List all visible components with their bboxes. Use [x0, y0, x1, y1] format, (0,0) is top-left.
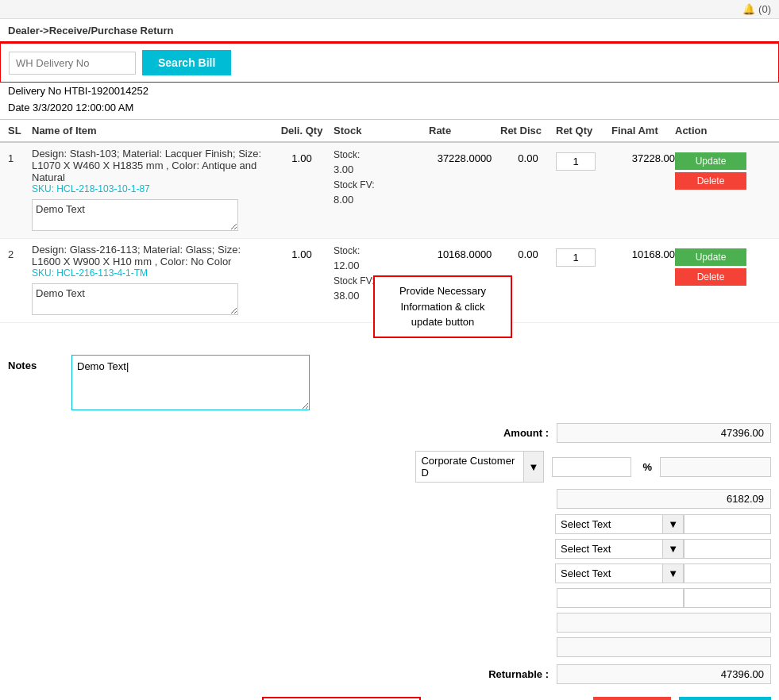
checkout-button[interactable]: Checkout — [679, 697, 771, 700]
percent-input[interactable] — [552, 457, 631, 477]
notification-count: (0) — [758, 3, 771, 15]
row2-rate: 10168.0000 — [429, 244, 500, 260]
delivery-info: Delivery No HTBI-1920014252 — [0, 83, 779, 99]
notes-label: Notes — [8, 355, 56, 371]
row1-deli-qty: 1.00 — [270, 148, 334, 164]
search-bill-button[interactable]: Search Bill — [142, 50, 231, 75]
row1-stock: Stock:3.00Stock FV:8.00 — [334, 148, 429, 207]
discount-row: Corporate Customer D ▼ % — [8, 448, 771, 486]
select2-text: Select Text — [556, 540, 662, 558]
row2-item: Design: Glass-216-113; Material: Glass; … — [32, 244, 270, 317]
notification-bell: 🔔 (0) — [742, 3, 771, 15]
footer-row: Click this button to complete the proces… — [0, 689, 779, 700]
notes-textarea[interactable] — [71, 355, 310, 410]
page-title: Dealer->Receive/Purchase Return — [0, 19, 779, 43]
row1-delete-button[interactable]: Delete — [675, 172, 746, 190]
date-value: 3/3/2020 12:00:00 AM — [33, 102, 133, 113]
discount-percent-value — [660, 457, 771, 477]
col-deli-qty: Deli. Qty — [270, 125, 334, 137]
row2-final-amt: 10168.00 — [611, 244, 675, 260]
row2-sku: SKU: HCL-216-113-4-1-TM — [32, 267, 270, 279]
date-info: Date 3/3/2020 12:00:00 AM — [0, 99, 779, 116]
row1-ret-qty-input[interactable] — [556, 152, 596, 171]
col-final-amt: Final Amt — [611, 125, 675, 137]
returnable-value — [557, 664, 771, 684]
returnable-label: Returnable : — [488, 668, 549, 680]
row1-item: Design: Stash-103; Material: Lacquer Fin… — [32, 148, 270, 233]
select1-wrapper[interactable]: Select Text ▼ — [555, 514, 684, 534]
row2-update-button[interactable]: Update — [675, 248, 746, 266]
select3-value[interactable] — [684, 563, 771, 583]
col-action: Action — [675, 125, 746, 137]
select2-arrow: ▼ — [662, 540, 683, 558]
col-name: Name of Item — [32, 125, 270, 137]
row1-sl: 1 — [8, 148, 32, 164]
row2-ret-disc: 0.00 — [500, 244, 556, 260]
empty-input-3[interactable] — [557, 613, 771, 633]
select2-wrapper[interactable]: Select Text ▼ — [555, 539, 684, 559]
bottom-section: Amount : Corporate Customer D ▼ % Select… — [0, 418, 779, 689]
row2-action: Update Delete — [675, 244, 746, 286]
row2-deli-qty: 1.00 — [270, 244, 334, 260]
row1-desc: Design: Stash-103; Material: Lacquer Fin… — [32, 148, 270, 183]
empty-input-1[interactable] — [557, 588, 684, 608]
select-row-2: Select Text ▼ — [8, 537, 771, 561]
delivery-no-value: HTBI-1920014252 — [64, 85, 148, 97]
col-rate: Rate — [429, 125, 500, 137]
delivery-no-label: Delivery No — [8, 85, 61, 97]
row2-ret-qty-cell — [556, 244, 611, 267]
table-header: SL Name of Item Deli. Qty Stock Rate Ret… — [0, 119, 779, 143]
select1-text: Select Text — [556, 515, 662, 533]
info-tooltip: Provide Necessary Information & click up… — [373, 275, 512, 338]
col-ret-qty: Ret Qty — [556, 125, 611, 137]
amount-row: Amount : — [8, 418, 771, 448]
corp-customer-dropdown-arrow: ▼ — [523, 452, 544, 482]
select3-arrow: ▼ — [662, 564, 683, 583]
table-row: 1 Design: Stash-103; Material: Lacquer F… — [0, 143, 779, 239]
notes-section: Notes — [0, 347, 779, 418]
date-label: Date — [8, 102, 29, 113]
row2-ret-qty-input[interactable] — [556, 248, 596, 267]
select-row-1: Select Text ▼ — [8, 512, 771, 537]
row1-ret-qty-cell — [556, 148, 611, 171]
row1-sku: SKU: HCL-218-103-10-1-87 — [32, 183, 270, 194]
row1-rate: 37228.0000 — [429, 148, 500, 164]
amount-value — [557, 423, 771, 443]
empty-input-4[interactable] — [557, 637, 771, 657]
select3-wrapper[interactable]: Select Text ▼ — [555, 563, 684, 583]
empty-row-1 — [8, 610, 771, 635]
disc-value-row — [8, 486, 771, 512]
col-stock: Stock — [334, 125, 429, 137]
disc-value — [557, 489, 771, 509]
row2-desc: Design: Glass-216-113; Material: Glass; … — [32, 244, 270, 267]
select3-text: Select Text — [556, 564, 662, 583]
search-input[interactable] — [9, 52, 136, 75]
row1-action: Update Delete — [675, 148, 746, 190]
row2-demo-text[interactable] — [32, 283, 238, 315]
row1-ret-disc: 0.00 — [500, 148, 556, 164]
select1-value[interactable] — [684, 514, 771, 534]
empty-input-2[interactable] — [684, 588, 771, 608]
empty-row-2 — [8, 635, 771, 660]
row2-sl: 2 — [8, 244, 32, 260]
search-bar: Search Bill — [0, 43, 779, 83]
row2-delete-button[interactable]: Delete — [675, 268, 746, 286]
col-ret-disc: Ret Disc — [500, 125, 556, 137]
row1-final-amt: 37228.00 — [611, 148, 675, 164]
corp-customer-select-text: Corporate Customer D — [416, 452, 523, 482]
cancel-button[interactable]: Cancel — [593, 697, 670, 700]
row1-demo-text[interactable] — [32, 199, 238, 231]
two-empty-inputs-row — [8, 586, 771, 610]
corp-customer-select-wrapper[interactable]: Corporate Customer D ▼ — [415, 451, 544, 483]
select-row-3: Select Text ▼ — [8, 561, 771, 586]
row1-update-button[interactable]: Update — [675, 152, 746, 170]
returnable-row: Returnable : — [8, 660, 771, 689]
footer-tooltip: Click this button to complete the proces… — [262, 697, 421, 700]
percent-symbol: % — [639, 461, 655, 473]
col-sl: SL — [8, 125, 32, 137]
select2-value[interactable] — [684, 539, 771, 559]
amount-label: Amount : — [503, 427, 549, 439]
select1-arrow: ▼ — [662, 515, 683, 533]
